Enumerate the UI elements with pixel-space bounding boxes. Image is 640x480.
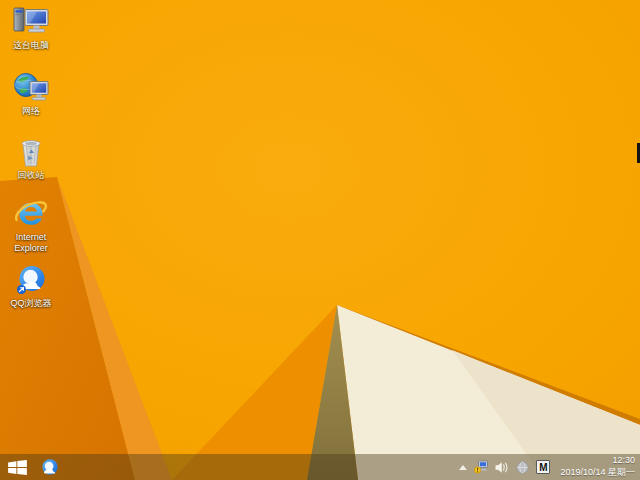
recycle-bin-icon [13, 136, 49, 168]
taskbar-qq-browser-button[interactable] [34, 454, 66, 480]
taskbar: M 12:30 2019/10/14 星期一 [0, 454, 640, 480]
network-icon [13, 72, 49, 104]
show-hidden-icons-button[interactable] [459, 459, 467, 475]
windows-logo-icon [8, 460, 27, 475]
tray-time: 12:30 [560, 455, 635, 467]
globe-gray-icon [516, 461, 529, 474]
network-warning-icon [474, 460, 488, 474]
system-tray: M 12:30 2019/10/14 星期一 [459, 454, 640, 480]
ime-mode-letter: M [536, 460, 550, 474]
qq-browser-icon [39, 456, 61, 478]
tray-date: 2019/10/14 星期一 [560, 467, 635, 479]
desktop-icon-recycle-bin[interactable]: 回收站 [2, 136, 60, 181]
desktop-icon-label: 网络 [22, 106, 40, 117]
desktop-icon-internet-explorer[interactable]: Internet Explorer [2, 198, 60, 254]
wallpaper [0, 0, 640, 480]
qq-browser-icon [13, 264, 49, 296]
this-pc-icon [13, 6, 49, 38]
start-button[interactable] [0, 454, 34, 480]
desktop: 这台电脑 网络 [0, 0, 640, 480]
speaker-icon [495, 461, 509, 474]
ime-mode-button[interactable]: M [536, 459, 550, 475]
desktop-icon-qq-browser[interactable]: QQ浏览器 [2, 264, 60, 309]
desktop-icon-label: QQ浏览器 [10, 298, 51, 309]
internet-explorer-icon [13, 198, 49, 230]
desktop-icon-label: Internet Explorer [3, 232, 59, 254]
chevron-up-icon [459, 465, 467, 470]
safety-globe-icon-button[interactable] [516, 459, 529, 475]
desktop-icon-label: 回收站 [18, 170, 45, 181]
volume-button[interactable] [495, 459, 509, 475]
desktop-icon-label: 这台电脑 [13, 40, 49, 51]
desktop-icon-network[interactable]: 网络 [2, 72, 60, 117]
network-status-icon[interactable] [474, 459, 488, 475]
desktop-icon-this-pc[interactable]: 这台电脑 [2, 6, 60, 51]
tray-clock[interactable]: 12:30 2019/10/14 星期一 [560, 455, 635, 478]
